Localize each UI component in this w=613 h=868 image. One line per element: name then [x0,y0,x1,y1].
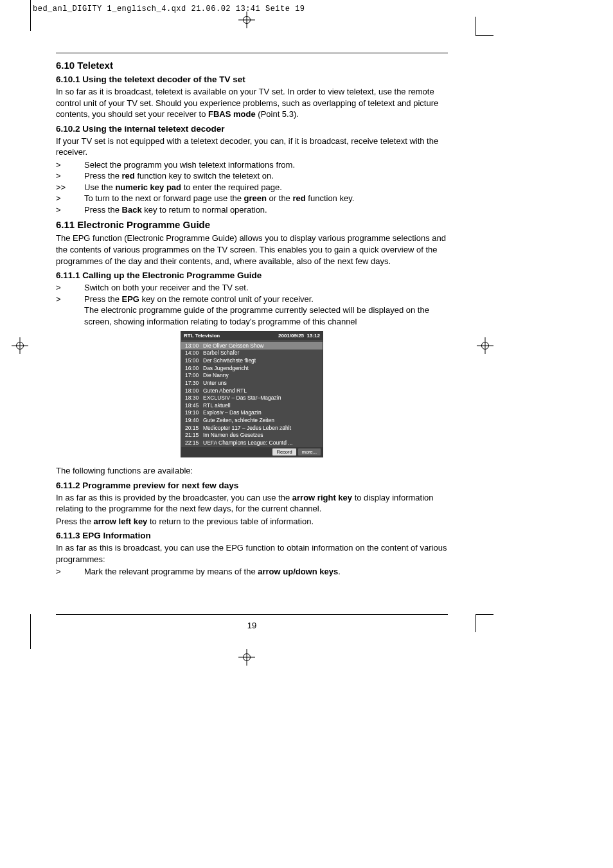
epg-row: 17:00Die Nanny [181,372,323,380]
epg-programme: Bärbel Schäfer [203,350,319,357]
section-heading: 6.11 Electronic Programme Guide [56,219,448,230]
epg-programme: Guten Abend RTL [203,387,319,394]
subsection-heading: 6.11.3 EPG Information [56,531,448,540]
epg-time: 18:45 [185,402,203,409]
page-number: 19 [56,621,448,630]
epg-time: 21:15 [185,432,203,439]
crop-mark [475,35,493,36]
epg-programme: UEFA Champions League: Countd ... [203,439,319,447]
epg-footer: Record more... [181,447,323,457]
epg-time: 13:00 [185,342,203,350]
epg-row: 15:00Der Schwächste fliegt [181,357,323,365]
paragraph: In as far as this is broadcast, you can … [56,542,448,565]
section-heading: 6.10 Teletext [56,60,448,71]
paragraph: Press the arrow left key to return to th… [56,516,448,527]
epg-row: 17:30Unter uns [181,379,323,387]
page-content: 6.10 Teletext 6.10.1 Using the teletext … [56,53,448,578]
epg-channel: RTL Television [184,333,220,339]
epg-row: 13:00Die Oliver Geissen Show [181,342,323,350]
epg-time: 19:10 [185,409,203,416]
epg-more-button: more... [298,448,321,456]
registration-mark-icon [238,649,255,666]
epg-programme: EXCLUSIV – Das Star–Magazin [203,394,319,402]
instruction-list: >Select the programm you wish teletext i… [56,159,448,216]
list-item: >Mark the relevant programme by means of… [56,566,448,578]
paragraph: In as far as this is provided by the bro… [56,492,448,515]
epg-programme: Der Schwächste fliegt [203,357,319,364]
subsection-heading: 6.10.2 Using the internal teletext decod… [56,124,448,134]
list-item: >Switch on both your receiver and the TV… [56,282,448,294]
epg-time: 17:00 [185,372,203,379]
epg-header: RTL Television 2001/09/25 13:12 [181,332,323,340]
paragraph: In so far as it is broadcast, teletext i… [56,86,448,120]
subsection-heading: 6.11.2 Programme preview for next few da… [56,481,448,490]
instruction-list: >Switch on both your receiver and the TV… [56,282,448,327]
print-header: bed_anl_DIGITY 1_englisch_4.qxd 21.06.02… [33,4,305,13]
epg-list: 13:00Die Oliver Geissen Show14:00Bärbel … [181,340,323,447]
list-item: >>Use the numeric key pad to enter the r… [56,182,448,193]
paragraph: The EPG function (Electronic Programme G… [56,233,448,267]
list-item: >Press the Back key to return to normal … [56,204,448,216]
epg-time: 15:00 [185,357,203,364]
paragraph: If your TV set is not equipped with a te… [56,136,448,158]
epg-time: 19:40 [185,417,203,424]
subsection-heading: 6.10.1 Using the teletext decoder of the… [56,75,448,84]
epg-programme: Im Namen des Gesetzes [203,432,319,439]
crop-mark [475,614,476,632]
epg-programme: Explosiv – Das Magazin [203,409,319,416]
paragraph: The following functions are available: [56,465,448,477]
crop-mark [30,614,31,649]
epg-time: 18:30 [185,394,203,402]
epg-time: 20:15 [185,425,203,432]
registration-mark-icon [238,12,255,28]
list-item: >Press the EPG key on the remote control… [56,294,448,305]
epg-row: 22:15UEFA Champions League: Countd ... [181,439,323,447]
list-item: >To turn to the next or forward page use… [56,193,448,204]
epg-row: 18:00Guten Abend RTL [181,387,323,394]
epg-datetime: 2001/09/25 13:12 [278,333,320,339]
divider [56,614,448,615]
list-item: The electronic programme guide of the pr… [56,305,448,327]
epg-row: 18:45RTL aktuell [181,402,323,409]
epg-programme: Das Jugendgericht [203,365,319,372]
epg-row: 18:30EXCLUSIV – Das Star–Magazin [181,394,323,402]
epg-row: 16:00Das Jugendgericht [181,364,323,372]
epg-programme: Medicopter 117 – Jedes Leben zählt [203,425,319,432]
epg-time: 17:30 [185,380,203,387]
crop-mark [475,614,493,615]
epg-time: 22:15 [185,439,203,447]
epg-row: 14:00Bärbel Schäfer [181,350,323,357]
crop-mark [30,0,31,31]
epg-time: 16:00 [185,365,203,372]
epg-programme: RTL aktuell [203,402,319,409]
subsection-heading: 6.11.1 Calling up the Electronic Program… [56,270,448,280]
epg-row: 20:15Medicopter 117 – Jedes Leben zählt [181,424,323,432]
epg-row: 21:15Im Namen des Gesetzes [181,432,323,439]
epg-row: 19:10Explosiv – Das Magazin [181,409,323,417]
instruction-list: >Mark the relevant programme by means of… [56,566,448,578]
crop-mark [475,17,476,36]
epg-row: 19:40Gute Zeiten, schlechte Zeiten [181,417,323,425]
epg-programme: Die Oliver Geissen Show [203,342,319,350]
epg-programme: Unter uns [203,380,319,387]
epg-record-button: Record [272,448,296,456]
registration-mark-icon [12,337,28,354]
list-item: >Press the red function key to switch th… [56,170,448,182]
epg-time: 14:00 [185,350,203,357]
epg-programme: Gute Zeiten, schlechte Zeiten [203,417,319,424]
divider [56,53,448,53]
epg-programme: Die Nanny [203,372,319,379]
epg-time: 18:00 [185,387,203,394]
registration-mark-icon [477,337,493,354]
epg-screenshot: RTL Television 2001/09/25 13:12 13:00Die… [181,331,323,457]
list-item: >Select the programm you wish teletext i… [56,159,448,171]
